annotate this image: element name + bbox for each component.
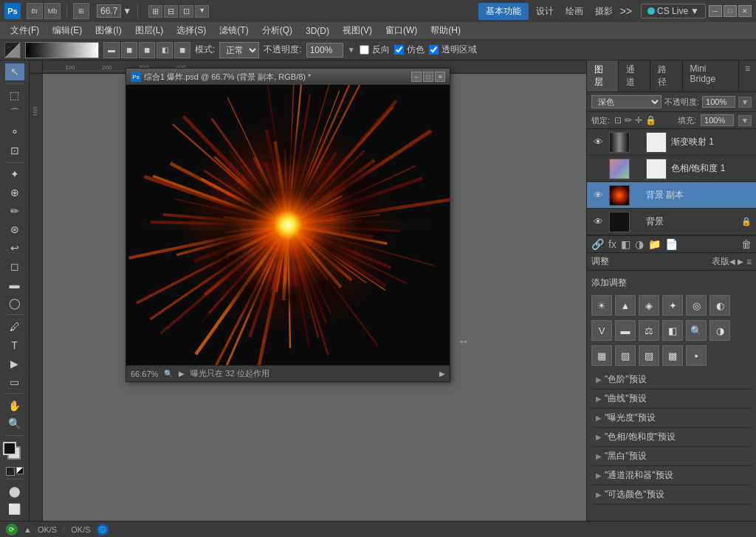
reverse-label[interactable]: 反向	[360, 44, 390, 56]
adj-posterize-icon[interactable]: ▧	[615, 345, 636, 366]
cs-live-btn[interactable]: CS Live ▼	[641, 4, 706, 18]
adj-bw-icon[interactable]: ◧	[662, 320, 683, 341]
adj-invert-icon[interactable]: ▦	[591, 345, 612, 366]
layer-item-bg[interactable]: 👁 背景 🔒	[587, 209, 756, 235]
tool-eyedropper[interactable]: ✦	[5, 166, 24, 183]
brush-shape-2[interactable]: ◼	[121, 42, 137, 58]
link-layers-btn[interactable]: 🔗	[591, 238, 604, 250]
brush-shape-4[interactable]: ◧	[157, 42, 173, 58]
layer-mode-select[interactable]: 深色	[591, 95, 662, 108]
menu-analyze[interactable]: 分析(Q)	[256, 23, 298, 38]
layer-item-hue-sat[interactable]: 色相/饱和度 1	[587, 156, 756, 182]
fill-value[interactable]	[701, 114, 734, 126]
adj-placeholder-5[interactable]: ◎	[686, 295, 707, 316]
view-btn-4[interactable]: ▼	[195, 5, 209, 18]
lock-all-icon[interactable]: 🔒	[645, 115, 656, 125]
adj-panel-collapse[interactable]: ◀ ▶	[729, 257, 743, 266]
zoom-value[interactable]: 66.7	[97, 4, 121, 18]
doc-minimize-btn[interactable]: ─	[411, 72, 422, 82]
tool-dodge[interactable]: ◯	[5, 294, 24, 311]
close-btn[interactable]: ✕	[738, 5, 752, 17]
swap-colors[interactable]	[16, 467, 24, 474]
tool-zoom[interactable]: 🔍	[5, 415, 24, 432]
gradient-preview[interactable]	[25, 42, 99, 58]
adj-gradmap-icon[interactable]: ▩	[662, 345, 683, 366]
simulate-label[interactable]: 仿色	[394, 44, 425, 56]
doc-close-btn[interactable]: ✕	[435, 72, 445, 82]
ws-design-label[interactable]: 设计	[532, 5, 558, 18]
tab-minibridge[interactable]: Mini Bridge	[683, 60, 739, 91]
lock-paint-icon[interactable]: ✏	[625, 115, 632, 125]
preset-channelmix[interactable]: ▶ "通道混和器"预设	[591, 466, 752, 485]
zoom-dropdown[interactable]: ▼	[123, 6, 131, 16]
tool-hand[interactable]: ✋	[5, 397, 24, 414]
tool-path-select[interactable]: ▶	[5, 355, 24, 372]
opacity-input[interactable]	[306, 43, 343, 58]
layer-eye-gradient-map[interactable]: 👁	[591, 136, 605, 148]
tool-screen-mode[interactable]: ⬜	[5, 501, 24, 518]
doc-maximize-btn[interactable]: □	[423, 72, 433, 82]
adj-husat-icon[interactable]: ▬	[615, 320, 636, 341]
adj-placeholder-6[interactable]: ◐	[709, 295, 730, 316]
delete-layer-btn[interactable]: 🗑	[741, 238, 752, 250]
menu-3d[interactable]: 3D(D)	[300, 24, 335, 38]
layer-item-bg-copy[interactable]: 👁 背景 副本	[587, 182, 756, 209]
menu-view[interactable]: 视图(V)	[337, 23, 378, 38]
lock-move-icon[interactable]: ✛	[635, 115, 642, 125]
status-arrow-1[interactable]: ▲	[24, 525, 32, 534]
menu-image[interactable]: 图像(I)	[89, 23, 127, 38]
adj-levels-icon[interactable]: ▲	[615, 295, 636, 316]
tool-type[interactable]: T	[5, 336, 24, 353]
panel-menu-btn[interactable]: ≡	[739, 60, 756, 91]
reverse-checkbox[interactable]	[360, 45, 369, 55]
tool-pen[interactable]: 🖊	[5, 318, 24, 335]
tool-quick-select[interactable]: ⚬	[5, 124, 24, 141]
tool-crop[interactable]: ⊡	[5, 142, 24, 159]
view-btn-1[interactable]: ⊞	[148, 5, 162, 18]
default-colors[interactable]	[6, 467, 15, 476]
tab-channels[interactable]: 通道	[619, 60, 650, 91]
tool-brush[interactable]: ✏	[5, 203, 24, 220]
workspace-basic-btn[interactable]: 基本功能	[478, 3, 529, 20]
tool-marquee[interactable]: ⬚	[5, 87, 24, 104]
simulate-checkbox[interactable]	[394, 45, 404, 55]
bridge-icon[interactable]: Br	[27, 3, 43, 19]
adj-vibrance-icon[interactable]: V	[591, 320, 612, 341]
adj-channel-mix-icon[interactable]: ◑	[709, 320, 730, 341]
menu-help[interactable]: 帮助(H)	[425, 23, 467, 38]
lock-transparent-icon[interactable]: ⊡	[614, 115, 622, 125]
doc-canvas-area[interactable]	[126, 85, 450, 365]
preset-levels[interactable]: ▶ "色阶"预设	[591, 370, 752, 389]
brush-shape-5[interactable]: ◼	[174, 42, 190, 58]
tool-shape[interactable]: ▭	[5, 373, 24, 390]
tool-history[interactable]: ↩	[5, 240, 24, 257]
adj-threshold-icon[interactable]: ▨	[639, 345, 659, 366]
menu-edit[interactable]: 编辑(E)	[47, 23, 88, 38]
tool-eraser[interactable]: ◻	[5, 257, 24, 274]
brush-shape-3[interactable]: ◼	[139, 42, 155, 58]
opacity-arrow[interactable]: ▼	[348, 46, 355, 54]
menu-layer[interactable]: 图层(L)	[129, 23, 170, 38]
layer-item-gradient-map[interactable]: 👁 渐变映射 1	[587, 129, 756, 156]
adj-tab-adjust[interactable]: 调整	[591, 255, 706, 268]
tab-layers[interactable]: 图层	[587, 60, 619, 91]
ws-more-btn[interactable]: >>	[620, 5, 632, 17]
transparency-label[interactable]: 透明区域	[429, 44, 477, 56]
preset-huesat[interactable]: ▶ "色相/饱和度"预设	[591, 428, 752, 447]
opacity-value[interactable]	[702, 96, 735, 108]
tab-paths[interactable]: 路径	[650, 60, 682, 91]
adj-photofilt-icon[interactable]: 🔍	[686, 320, 707, 341]
doc-scroll-right[interactable]: ▶	[439, 370, 445, 378]
foreground-swatch[interactable]	[4, 42, 21, 58]
menu-file[interactable]: 文件(F)	[4, 23, 45, 38]
view-btn-2[interactable]: ⊟	[164, 5, 178, 18]
add-mask-btn[interactable]: ◧	[621, 238, 630, 250]
adj-brightness-icon[interactable]: ☀	[591, 295, 612, 316]
add-folder-btn[interactable]: 📁	[648, 238, 661, 250]
tool-move[interactable]: ↖	[5, 63, 24, 80]
adj-panel-menu[interactable]: ≡	[746, 257, 752, 267]
arrange-icon[interactable]: ⊞	[73, 3, 89, 19]
adj-selcolor-icon[interactable]: ▪	[686, 345, 707, 366]
preset-bw[interactable]: ▶ "黑白"预设	[591, 447, 752, 466]
foreground-color[interactable]	[3, 442, 16, 455]
